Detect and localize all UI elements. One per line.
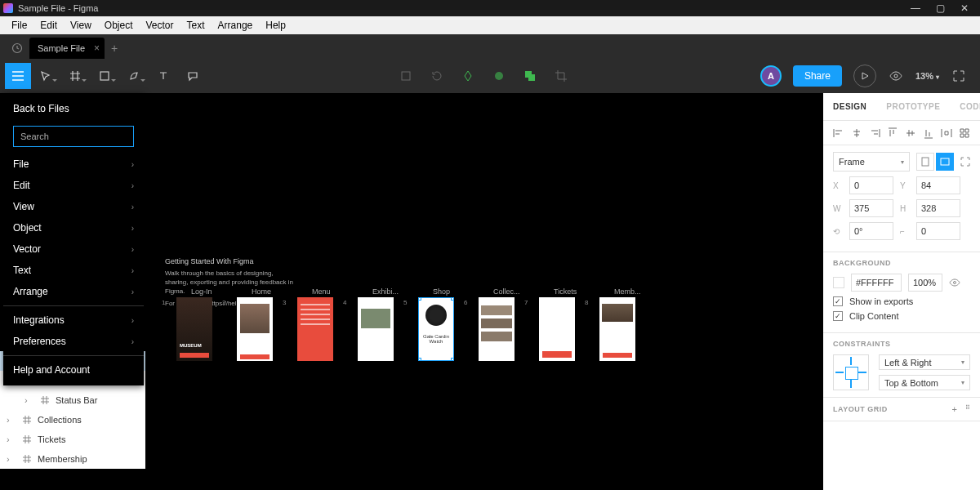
zoom-level[interactable]: 13% ▾: [915, 71, 939, 81]
zoom-fit-icon[interactable]: [951, 68, 967, 84]
chevron-right-icon: ›: [131, 337, 134, 346]
crop-icon[interactable]: [553, 68, 569, 84]
menu-item-arrange[interactable]: Arrange›: [3, 281, 144, 302]
rotation-input[interactable]: 0°: [849, 222, 893, 240]
frame-menu[interactable]: Menu: [297, 297, 333, 361]
search-field[interactable]: [20, 131, 133, 141]
boolean-icon[interactable]: [522, 68, 538, 84]
chevron-right-icon[interactable]: ›: [24, 395, 34, 405]
bg-opacity-input[interactable]: 100%: [908, 274, 942, 292]
tab-code[interactable]: CODE: [950, 102, 980, 111]
menu-vector[interactable]: Vector: [140, 20, 180, 31]
avatar[interactable]: A: [760, 65, 782, 87]
chevron-right-icon[interactable]: ›: [7, 434, 16, 444]
align-bottom-icon[interactable]: [923, 127, 934, 139]
menu-item-vector[interactable]: Vector›: [3, 238, 144, 260]
frame-home[interactable]: Home: [237, 297, 273, 361]
layer-status-bar[interactable]: › Status Bar: [0, 390, 145, 410]
pen-tool[interactable]: [119, 61, 149, 91]
bg-hex-input[interactable]: #FFFFFF: [851, 274, 902, 292]
present-button[interactable]: [853, 65, 876, 87]
frame-icon: [21, 453, 33, 465]
add-grid-icon[interactable]: +: [952, 404, 957, 414]
constraint-h-select[interactable]: Left & Right▾: [879, 354, 970, 370]
distribute-icon[interactable]: [941, 127, 952, 139]
menu-item-help[interactable]: Help and Account: [3, 359, 144, 381]
maximize-button[interactable]: ▢: [928, 0, 952, 16]
y-input[interactable]: 84: [916, 176, 960, 194]
svg-rect-1: [100, 72, 109, 80]
canvas[interactable]: Getting Started With Figma Walk through …: [145, 93, 823, 490]
recent-files-icon[interactable]: [5, 38, 29, 59]
menu-file[interactable]: File: [5, 20, 33, 31]
frame-type-select[interactable]: Frame▾: [833, 152, 910, 172]
menu-help[interactable]: Help: [259, 20, 292, 31]
eye-icon[interactable]: [888, 68, 904, 84]
clip-content-check[interactable]: ✓Clip Content: [833, 311, 970, 321]
frame-tool[interactable]: [60, 61, 90, 91]
comment-tool[interactable]: [178, 61, 207, 91]
text-tool[interactable]: [149, 61, 178, 91]
menu-item-preferences[interactable]: Preferences›: [3, 331, 144, 352]
bg-swatch[interactable]: [833, 277, 844, 288]
component-icon[interactable]: [398, 68, 414, 84]
align-vcenter-icon[interactable]: [905, 127, 916, 139]
x-input[interactable]: 0: [849, 176, 893, 194]
new-tab-button[interactable]: +: [105, 38, 124, 59]
w-input[interactable]: 375: [849, 199, 893, 217]
back-to-files[interactable]: Back to Files: [3, 98, 144, 119]
menu-item-file[interactable]: File›: [3, 154, 144, 175]
align-hcenter-icon[interactable]: [851, 127, 862, 139]
align-left-icon[interactable]: [833, 127, 844, 139]
layer-membership[interactable]: › Membership: [0, 449, 145, 469]
frame-exhibitions[interactable]: Exhibi...: [358, 297, 394, 361]
mode-landscape[interactable]: [936, 153, 954, 171]
h-input[interactable]: 328: [916, 199, 960, 217]
menu-item-integrations[interactable]: Integrations›: [3, 310, 144, 331]
shape-tool[interactable]: [90, 61, 119, 91]
menu-item-text[interactable]: Text›: [3, 260, 144, 281]
menu-edit[interactable]: Edit: [33, 20, 64, 31]
resize-fit-icon[interactable]: [960, 157, 970, 167]
reset-icon[interactable]: [429, 68, 445, 84]
menu-text[interactable]: Text: [180, 20, 212, 31]
constraint-v-select[interactable]: Top & Bottom▾: [879, 375, 970, 390]
align-top-icon[interactable]: [887, 127, 898, 139]
frame-shop[interactable]: ShopGale Cardin Watch375 × 328: [418, 297, 454, 361]
tab-sample-file[interactable]: Sample File ×: [29, 38, 105, 59]
chevron-right-icon[interactable]: ›: [7, 415, 16, 425]
show-exports-check[interactable]: ✓Show in exports: [833, 296, 970, 306]
menu-item-view[interactable]: View›: [3, 196, 144, 217]
radius-input[interactable]: 0: [916, 222, 960, 240]
menu-object[interactable]: Object: [98, 20, 140, 31]
move-tool[interactable]: [31, 61, 60, 91]
mode-portrait[interactable]: [916, 153, 934, 171]
tab-design[interactable]: DESIGN: [823, 102, 876, 111]
hamburger-menu-button[interactable]: [5, 63, 31, 89]
chevron-right-icon[interactable]: ›: [7, 454, 16, 464]
share-button[interactable]: Share: [793, 65, 842, 87]
grid-options-icon[interactable]: ⠿: [965, 404, 970, 414]
search-input[interactable]: [13, 126, 134, 147]
tab-prototype[interactable]: PROTOTYPE: [876, 102, 950, 111]
constraints-box[interactable]: [833, 354, 869, 390]
align-right-icon[interactable]: [869, 127, 880, 139]
toolbar-center: [207, 68, 760, 84]
minimize-button[interactable]: —: [903, 0, 928, 16]
close-icon[interactable]: ×: [94, 42, 100, 54]
tidy-icon[interactable]: [959, 127, 970, 139]
menu-item-object[interactable]: Object›: [3, 217, 144, 238]
frame-login[interactable]: Log-InMUSEUM: [176, 297, 212, 361]
menu-item-edit[interactable]: Edit›: [3, 175, 144, 196]
layer-collections[interactable]: › Collections: [0, 410, 145, 430]
mask-icon[interactable]: [491, 68, 507, 84]
frame-membership[interactable]: Memb...: [599, 297, 635, 361]
instance-icon[interactable]: [460, 68, 476, 84]
frame-tickets[interactable]: Tickets: [539, 297, 575, 361]
menu-arrange[interactable]: Arrange: [212, 20, 260, 31]
layer-tickets[interactable]: › Tickets: [0, 430, 145, 449]
close-button[interactable]: ✕: [952, 0, 977, 16]
menu-view[interactable]: View: [64, 20, 98, 31]
frame-collections[interactable]: Collec...: [479, 297, 514, 361]
eye-icon[interactable]: [949, 278, 960, 287]
